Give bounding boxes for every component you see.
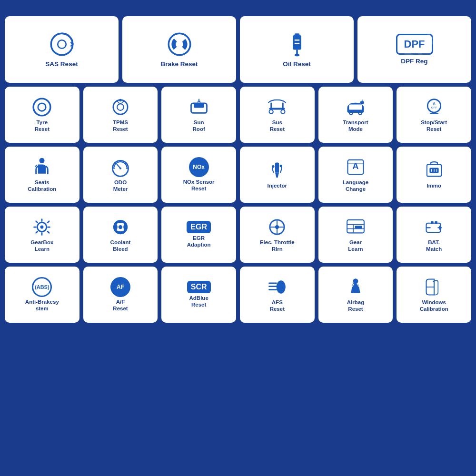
elec-throttle-label: Elec. ThrottleRlrn bbox=[260, 239, 295, 253]
svg-marker-37 bbox=[275, 172, 279, 178]
coolant-bleed-label: CoolantBleed bbox=[110, 239, 131, 253]
sus-reset-label: SusReset bbox=[270, 119, 285, 133]
svg-point-18 bbox=[281, 110, 285, 114]
elec-throttle[interactable]: Elec. ThrottleRlrn bbox=[240, 207, 315, 263]
svg-rect-5 bbox=[294, 33, 299, 37]
svg-point-71 bbox=[353, 278, 358, 284]
tyre-reset-label: TyreReset bbox=[35, 119, 50, 133]
sas-reset[interactable]: SAS Reset bbox=[5, 16, 119, 83]
dpf-reg[interactable]: DPF DPF Reg bbox=[357, 16, 471, 83]
immo[interactable]: Immo bbox=[397, 147, 471, 203]
bat-match-label: BAT.Match bbox=[426, 239, 442, 253]
brake-reset[interactable]: Brake Reset bbox=[122, 16, 236, 83]
odo-meter[interactable]: ODOMeter bbox=[83, 147, 158, 203]
svg-point-20 bbox=[349, 111, 353, 115]
svg-rect-63 bbox=[435, 221, 437, 224]
language-change[interactable]: A LanguageChange bbox=[318, 147, 393, 203]
main-grid: SAS Reset Brake Reset Oil Reset DPF DPF … bbox=[0, 16, 476, 323]
svg-point-17 bbox=[269, 110, 273, 114]
tyre-reset[interactable]: TyreReset bbox=[5, 87, 79, 143]
anti-brakesystem-label: Anti-Brakesystem bbox=[25, 299, 59, 312]
af-reset[interactable]: AF A/FReset bbox=[83, 267, 158, 323]
injector-label: Injector bbox=[268, 183, 288, 189]
sus-reset[interactable]: SusReset bbox=[240, 87, 315, 143]
nox-sensor-reset-label: NOx SensorReset bbox=[183, 179, 215, 192]
row-1: SAS Reset Brake Reset Oil Reset DPF DPF … bbox=[5, 16, 471, 83]
svg-point-6 bbox=[294, 54, 299, 56]
immo-label: Immo bbox=[426, 183, 441, 189]
bat-match[interactable]: BAT.Match bbox=[397, 207, 471, 263]
gearbox-learn[interactable]: GearBoxLearn bbox=[5, 207, 79, 263]
sas-reset-label: SAS Reset bbox=[45, 60, 78, 68]
svg-rect-62 bbox=[431, 221, 434, 224]
row-5: (ABS) Anti-Brakesystem AF A/FReset SCR A… bbox=[5, 267, 471, 323]
row-4: GearBoxLearn CoolantBleed EGR EGRAdaptio… bbox=[5, 207, 471, 263]
nox-sensor-reset[interactable]: NOx NOx SensorReset bbox=[161, 147, 236, 203]
svg-line-34 bbox=[115, 163, 116, 164]
svg-point-51 bbox=[119, 225, 122, 229]
gearbox-learn-label: GearBoxLearn bbox=[30, 239, 53, 253]
svg-point-11 bbox=[113, 100, 128, 114]
transport-mode[interactable]: TransportMode bbox=[318, 87, 393, 143]
windows-calibration-label: WindowsCalibration bbox=[420, 299, 448, 313]
svg-point-12 bbox=[117, 104, 124, 110]
row-3: SeatsCalibration ODOMeter NOx NOx Sensor… bbox=[5, 147, 471, 203]
language-change-label: LanguageChange bbox=[343, 179, 368, 193]
afs-reset-label: AFSReset bbox=[270, 299, 285, 313]
seats-calibration[interactable]: SeatsCalibration bbox=[5, 147, 79, 203]
coolant-bleed[interactable]: CoolantBleed bbox=[83, 207, 158, 263]
svg-text:OFF: OFF bbox=[431, 106, 437, 109]
injector[interactable]: Injector bbox=[240, 147, 315, 203]
tpms-reset-label: TPMSReset bbox=[113, 119, 128, 133]
adblue-reset-label: AdBlueReset bbox=[189, 295, 208, 308]
oil-reset[interactable]: Oil Reset bbox=[240, 16, 354, 83]
brake-reset-label: Brake Reset bbox=[160, 60, 198, 68]
sun-roof-label: SunRoof bbox=[193, 119, 205, 133]
svg-rect-36 bbox=[275, 163, 279, 173]
svg-point-9 bbox=[33, 99, 50, 116]
svg-point-3 bbox=[173, 39, 185, 50]
svg-line-35 bbox=[125, 163, 126, 164]
svg-rect-19 bbox=[349, 105, 362, 110]
egr-adaption-label: EGRAdaption bbox=[187, 235, 211, 248]
sun-roof[interactable]: SunRoof bbox=[161, 87, 236, 143]
windows-calibration[interactable]: WindowsCalibration bbox=[397, 267, 471, 323]
stop-start-reset-label: Stop/StartReset bbox=[421, 119, 447, 133]
svg-point-28 bbox=[40, 158, 45, 163]
svg-point-13 bbox=[119, 99, 122, 102]
header bbox=[0, 0, 476, 16]
adblue-reset[interactable]: SCR AdBlueReset bbox=[161, 267, 236, 323]
tpms-reset[interactable]: TPMSReset bbox=[83, 87, 158, 143]
svg-point-1 bbox=[58, 40, 66, 49]
transport-mode-label: TransportMode bbox=[343, 119, 368, 133]
svg-point-10 bbox=[38, 103, 46, 111]
anti-brakesystem[interactable]: (ABS) Anti-Brakesystem bbox=[5, 267, 79, 323]
dpf-reg-label: DPF Reg bbox=[401, 58, 427, 65]
egr-adaption[interactable]: EGR EGRAdaption bbox=[161, 207, 236, 263]
row-2: TyreReset TPMSReset SunRoof SusReset bbox=[5, 87, 471, 143]
svg-rect-4 bbox=[293, 35, 301, 50]
svg-point-55 bbox=[275, 225, 279, 229]
gear-learn[interactable]: GearLearn bbox=[318, 207, 393, 263]
svg-point-49 bbox=[40, 226, 44, 229]
airbag-reset-label: AirbagReset bbox=[347, 299, 364, 313]
af-reset-label: A/FReset bbox=[113, 299, 128, 312]
svg-text:A: A bbox=[433, 101, 436, 106]
svg-point-21 bbox=[358, 111, 362, 115]
svg-rect-15 bbox=[194, 103, 204, 108]
airbag-reset[interactable]: AirbagReset bbox=[318, 267, 393, 323]
svg-rect-60 bbox=[355, 226, 362, 228]
seats-calibration-label: SeatsCalibration bbox=[28, 179, 56, 193]
svg-point-67 bbox=[277, 280, 286, 294]
afs-reset[interactable]: AFSReset bbox=[240, 267, 315, 323]
odo-meter-label: ODOMeter bbox=[113, 179, 128, 193]
svg-text:A: A bbox=[353, 161, 359, 171]
oil-reset-label: Oil Reset bbox=[283, 60, 311, 68]
svg-point-31 bbox=[119, 168, 121, 169]
gear-learn-label: GearLearn bbox=[348, 239, 363, 253]
stop-start-reset[interactable]: A OFF Stop/StartReset bbox=[397, 87, 471, 143]
